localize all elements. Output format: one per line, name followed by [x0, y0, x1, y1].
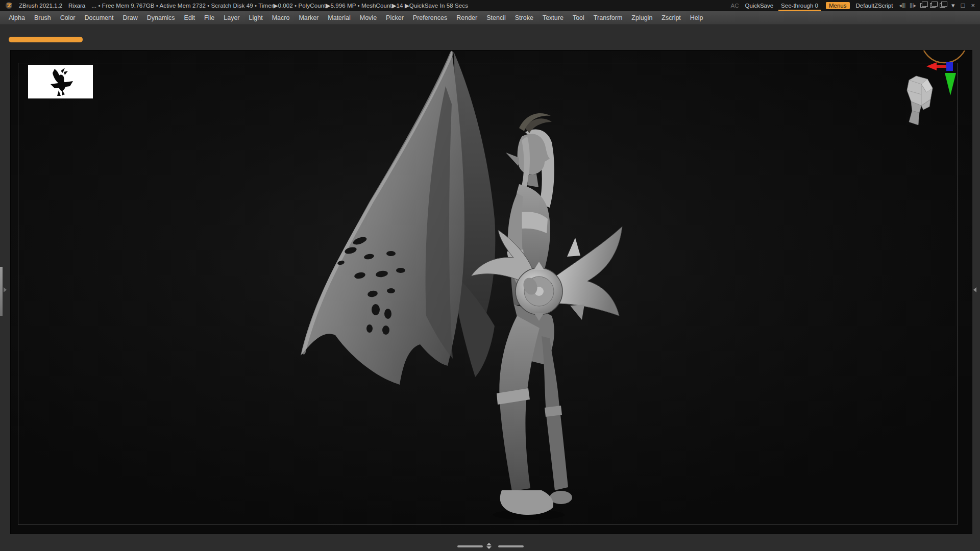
axis-y-green-icon — [945, 73, 956, 95]
menu-item[interactable]: Edit — [180, 12, 200, 24]
camera-gizmo-head[interactable] — [907, 76, 933, 125]
menu-item[interactable]: Brush — [30, 12, 56, 24]
menus-toggle-button[interactable]: Menus — [826, 2, 850, 9]
menu-item[interactable]: Document — [80, 12, 118, 24]
left-tray-scrollbar[interactable] — [0, 267, 3, 316]
titlebar-right: AC QuickSave See-through 0 Menus Default… — [731, 2, 975, 9]
alpha-thumbnail[interactable] — [28, 65, 93, 98]
quicksave-button[interactable]: QuickSave — [745, 3, 773, 9]
menu-item[interactable]: Zscript — [657, 12, 685, 24]
ac-indicator: AC — [731, 3, 739, 9]
menu-item[interactable]: Transform — [589, 12, 627, 24]
foot-back — [550, 491, 572, 504]
scroll-down-icon[interactable] — [486, 546, 492, 549]
scroll-bar-right[interactable] — [498, 545, 524, 547]
menu-item[interactable]: Stroke — [510, 12, 538, 24]
menu-item[interactable]: Light — [244, 12, 267, 24]
menu-item[interactable]: Layer — [219, 12, 244, 24]
menu-item[interactable]: Color — [56, 12, 80, 24]
neck — [527, 174, 538, 187]
canvas-scroll-widget[interactable] — [457, 542, 524, 550]
menu-item[interactable]: Material — [323, 12, 355, 24]
window-layout-large-icon[interactable] — [940, 3, 945, 8]
sculpt-model[interactable] — [11, 51, 973, 535]
menu-item[interactable]: Draw — [118, 12, 142, 24]
menu-item[interactable]: Help — [685, 12, 708, 24]
menu-item[interactable]: Zplugin — [627, 12, 657, 24]
rotation-ring — [921, 51, 967, 63]
character-model[interactable] — [301, 51, 622, 520]
menu-item[interactable]: Movie — [355, 12, 381, 24]
ear — [506, 153, 519, 166]
scroll-bar-left[interactable] — [457, 545, 483, 547]
viewport-canvas[interactable] — [10, 50, 972, 534]
menubar: Alpha Brush Color Document Draw Dynamics… — [0, 11, 980, 25]
document-name: Rixara — [68, 3, 85, 9]
blade-spike-bottom — [570, 305, 584, 320]
menu-item[interactable]: Render — [452, 12, 482, 24]
menu-item[interactable]: Dynamics — [142, 12, 180, 24]
scroll-arrows[interactable] — [486, 543, 492, 549]
menu-item[interactable]: Texture — [538, 12, 568, 24]
maximize-icon[interactable]: □ — [961, 2, 965, 9]
window-layout-small-icon[interactable] — [920, 3, 926, 8]
app-title: ZBrush 2021.1.2 — [19, 3, 62, 9]
see-through-label: See-through — [781, 3, 813, 9]
menu-item[interactable]: Stencil — [482, 12, 510, 24]
blade-right — [556, 227, 622, 316]
menu-item[interactable]: Macro — [267, 12, 295, 24]
right-tray-divider-icon[interactable] — [973, 287, 976, 292]
menu-item[interactable]: Marker — [294, 12, 323, 24]
axis-z-blue-icon — [946, 62, 953, 71]
collapse-icon[interactable]: ▾ — [951, 2, 955, 9]
menu-item[interactable]: Picker — [381, 12, 408, 24]
blade-spike-top — [567, 238, 580, 257]
menu-item[interactable]: Alpha — [4, 12, 30, 24]
scroll-up-icon[interactable] — [486, 543, 492, 545]
quicksave-progress-bar — [9, 37, 83, 42]
menu-item[interactable]: Preferences — [408, 12, 452, 24]
leg-front — [499, 316, 540, 491]
interface-scroll-right-icon[interactable]: |||▸ — [910, 3, 916, 8]
see-through-slider[interactable]: See-through 0 — [779, 3, 820, 9]
see-through-value: 0 — [815, 3, 818, 9]
titlebar-icon-cluster: ◂||| |||▸ — [899, 3, 945, 8]
zbrush-app: ZBrush 2021.1.2 Rixara ... • Free Mem 9.… — [0, 0, 980, 551]
left-tray-divider-icon[interactable] — [4, 287, 7, 292]
titlebar: ZBrush 2021.1.2 Rixara ... • Free Mem 9.… — [0, 0, 980, 11]
default-zscript-button[interactable]: DefaultZScript — [856, 3, 893, 9]
alpha-silhouette-icon — [28, 65, 93, 98]
menu-item[interactable]: File — [200, 12, 219, 24]
close-icon[interactable]: × — [971, 2, 975, 9]
titlebar-left: ZBrush 2021.1.2 Rixara ... • Free Mem 9.… — [5, 2, 468, 9]
window-layout-medium-icon[interactable] — [930, 3, 936, 8]
zbrush-logo-icon — [5, 2, 13, 9]
memory-stats: ... • Free Mem 9.767GB • Active Mem 2732… — [91, 2, 468, 9]
interface-scroll-left-icon[interactable]: ◂||| — [899, 3, 905, 8]
menu-item[interactable]: Tool — [568, 12, 589, 24]
